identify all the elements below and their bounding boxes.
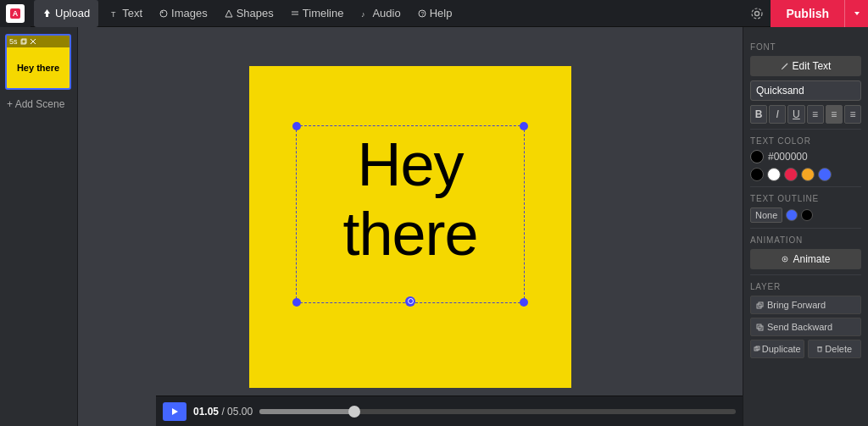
align-left-label: ≡ [812, 108, 818, 120]
send-backward-icon [756, 324, 764, 331]
svg-rect-30 [818, 347, 821, 351]
top-nav: A Upload T Text Images Shapes Timeline ♪… [0, 0, 868, 27]
right-panel: FONT Edit Text Quicksand B I U ≡ ≡ ≡ TEX… [743, 27, 868, 426]
scene-delete-icon [30, 38, 36, 45]
layer-section-label: LAYER [750, 282, 861, 291]
svg-point-5 [162, 11, 164, 13]
timeline-nav-label: Timeline [303, 7, 344, 19]
animate-label: Animate [793, 253, 830, 265]
align-left-button[interactable]: ≡ [807, 105, 824, 124]
svg-point-4 [160, 10, 167, 17]
format-buttons: B I U ≡ ≡ ≡ [750, 105, 861, 124]
time-total: 05.00 [227, 406, 253, 418]
bottom-action-row: Duplicate Delete [750, 340, 861, 358]
send-backward-button[interactable]: Send Backward [750, 318, 861, 336]
bottom-bar: 01.05 / 05.00 [156, 396, 743, 426]
canvas-wrapper: Hey there [249, 66, 571, 388]
scene-thumb-content: Hey there [7, 47, 70, 88]
delete-label: Delete [825, 344, 852, 354]
images-nav-label: Images [171, 7, 208, 19]
send-backward-label: Send Backward [767, 322, 832, 332]
text-nav-button[interactable]: T Text [102, 0, 151, 27]
images-nav-icon [159, 9, 168, 18]
bold-label: B [755, 108, 763, 120]
upload-button[interactable]: Upload [34, 0, 98, 27]
duplicate-button[interactable]: Duplicate [750, 340, 804, 358]
edit-text-label: Edit Text [793, 60, 832, 72]
chevron-down-icon [853, 9, 861, 18]
italic-button[interactable]: I [769, 105, 786, 124]
shapes-nav-icon [225, 9, 233, 18]
shapes-nav-button[interactable]: Shapes [216, 0, 282, 27]
scene-text-preview: Hey there [17, 63, 59, 73]
animate-button[interactable]: Animate [750, 249, 861, 269]
scene-thumbnail[interactable]: 5s Hey there [5, 34, 71, 90]
upload-label: Upload [55, 7, 90, 19]
help-nav-icon: ? [418, 9, 426, 18]
shapes-nav-label: Shapes [236, 7, 274, 19]
edit-text-button[interactable]: Edit Text [750, 56, 861, 76]
audio-nav-icon: ♪ [360, 9, 369, 18]
add-scene-button[interactable]: + Add Scene [5, 95, 72, 113]
timeline-scrubber[interactable] [348, 406, 360, 418]
images-nav-button[interactable]: Images [151, 0, 216, 27]
duplicate-label: Duplicate [762, 344, 801, 354]
publish-button[interactable]: Publish [771, 0, 868, 27]
bring-forward-label: Bring Forward [767, 300, 826, 310]
bring-forward-icon [756, 302, 764, 309]
text-color-label: TEXT COLOR [750, 136, 861, 146]
color-hex-value: #000000 [768, 151, 808, 163]
swatch-blue[interactable] [818, 168, 832, 181]
underline-button[interactable]: U [787, 105, 804, 124]
publish-label: Publish [786, 7, 829, 20]
svg-rect-24 [757, 304, 761, 308]
publish-dropdown-arrow[interactable] [844, 0, 868, 27]
svg-marker-19 [172, 408, 178, 415]
scene-duration: 5s [9, 37, 18, 46]
align-right-button[interactable]: ≡ [844, 105, 861, 124]
audio-nav-button[interactable]: ♪ Audio [352, 0, 409, 27]
scene-thumb-header: 5s [7, 36, 70, 47]
timeline-bar[interactable] [259, 409, 736, 414]
bring-forward-button[interactable]: Bring Forward [750, 296, 861, 314]
align-center-label: ≡ [831, 108, 837, 120]
canvas-text[interactable]: Hey there [292, 130, 529, 270]
canvas-text-line1: Hey [292, 130, 529, 200]
help-nav-button[interactable]: ? Help [409, 0, 461, 27]
svg-marker-2 [44, 9, 50, 17]
color-swatch-main[interactable] [750, 150, 764, 163]
svg-line-21 [782, 69, 782, 69]
font-name-value: Quicksand [756, 85, 804, 97]
text-nav-label: Text [122, 7, 142, 19]
publish-main[interactable]: Publish [771, 0, 844, 27]
outline-none-button[interactable]: None [750, 207, 782, 223]
bold-button[interactable]: B [750, 105, 767, 124]
outline-swatch-black[interactable] [801, 209, 813, 221]
font-section-label: FONT [750, 42, 861, 52]
swatch-orange[interactable] [801, 168, 815, 181]
italic-label: I [776, 108, 779, 120]
swatch-red[interactable] [784, 168, 798, 181]
gear-icon [750, 7, 764, 20]
gear-button[interactable] [743, 0, 771, 27]
timeline-fill [259, 409, 354, 414]
logo-area: A [0, 0, 31, 27]
outline-swatch-blue[interactable] [786, 209, 798, 221]
duplicate-icon [754, 346, 760, 352]
timeline-nav-button[interactable]: Timeline [282, 0, 353, 27]
svg-rect-27 [759, 326, 763, 330]
swatch-white[interactable] [767, 168, 781, 181]
svg-point-12 [755, 11, 760, 15]
align-center-button[interactable]: ≡ [826, 105, 843, 124]
svg-line-20 [782, 64, 787, 69]
play-button[interactable] [163, 402, 186, 421]
font-name-button[interactable]: Quicksand [750, 80, 861, 101]
swatch-black[interactable] [750, 168, 764, 181]
svg-text:?: ? [420, 11, 424, 17]
svg-marker-14 [854, 12, 860, 15]
logo-icon: A [6, 4, 25, 23]
svg-marker-6 [225, 10, 232, 17]
pencil-icon [781, 62, 789, 70]
svg-rect-26 [757, 324, 761, 329]
delete-button[interactable]: Delete [808, 340, 862, 358]
